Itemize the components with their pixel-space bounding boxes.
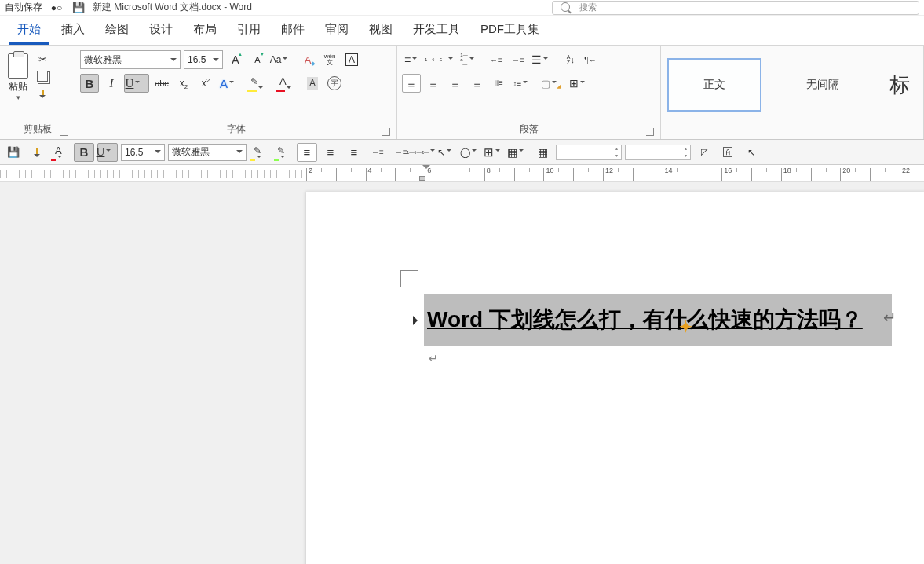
align-center-button[interactable]	[424, 74, 443, 93]
qat-crop[interactable]	[694, 143, 714, 162]
qat-bold-button[interactable]	[74, 143, 94, 162]
qat-shapes[interactable]	[462, 143, 482, 162]
borders-button[interactable]	[568, 74, 593, 93]
qat-format-painter[interactable]	[27, 143, 47, 162]
qat-font-color[interactable]	[50, 143, 71, 162]
quick-access-toolbar: U 16.5 微软雅黑 ▴▾ ▴▾	[0, 140, 924, 165]
qat-cursor[interactable]	[741, 143, 761, 162]
qat-align-center[interactable]	[320, 143, 341, 162]
superscript-button[interactable]	[196, 74, 215, 93]
shrink-font-button[interactable]	[248, 50, 267, 69]
phonetic-guide-button[interactable]	[320, 50, 339, 69]
sort-button[interactable]	[559, 50, 578, 69]
search-box[interactable]: 搜索	[552, 1, 919, 15]
multilevel-list-button[interactable]	[458, 50, 484, 69]
numbering-button[interactable]	[430, 50, 455, 69]
bullets-button[interactable]	[402, 50, 427, 69]
tab-draw[interactable]: 绘图	[97, 16, 137, 45]
align-right-button[interactable]	[446, 74, 465, 93]
subscript-button[interactable]	[174, 74, 193, 93]
style-no-spacing[interactable]: 无间隔	[776, 58, 870, 112]
shading-button[interactable]	[540, 74, 565, 93]
distribute-button[interactable]	[490, 74, 509, 93]
title-bar: 自动保存 ●○ 新建 Microsoft Word 文档.docx - Word…	[0, 0, 924, 16]
paste-button[interactable]: 粘贴 ▾	[5, 50, 31, 120]
qat-underline-button[interactable]: U	[97, 143, 118, 162]
cut-button[interactable]	[35, 52, 50, 66]
show-marks-button[interactable]	[581, 50, 600, 69]
autosave-toggle[interactable]: ●○	[49, 1, 64, 15]
paste-dropdown-icon[interactable]: ▾	[5, 93, 31, 101]
qat-highlight-2[interactable]	[273, 143, 294, 162]
italic-button[interactable]	[102, 74, 121, 93]
qat-align-right[interactable]	[344, 143, 364, 162]
brush-icon	[42, 90, 44, 97]
decrease-indent-button[interactable]	[487, 50, 506, 69]
bold-button[interactable]	[80, 74, 99, 93]
text-selection[interactable]: Word 下划线怎么打，有什么快速的方法吗？	[424, 294, 892, 346]
copy-button[interactable]	[35, 69, 50, 83]
tab-home[interactable]: 开始	[9, 16, 49, 45]
underline-button[interactable]: U	[124, 74, 149, 93]
format-painter-button[interactable]	[35, 86, 50, 101]
enclose-char-button[interactable]	[325, 74, 344, 93]
tab-design[interactable]: 设计	[141, 16, 181, 45]
tab-references[interactable]: 引用	[229, 16, 268, 45]
strikethrough-button[interactable]	[152, 74, 171, 93]
paragraph-mark: ↵	[883, 308, 897, 327]
tab-view[interactable]: 视图	[361, 16, 400, 45]
tab-insert[interactable]: 插入	[53, 16, 93, 45]
grow-font-button[interactable]	[226, 50, 245, 69]
tab-developer[interactable]: 开发工具	[405, 16, 468, 45]
qat-table[interactable]	[485, 143, 506, 162]
horizontal-ruler[interactable]: 246810121416182022242628303234	[0, 165, 924, 182]
qat-insert-cells[interactable]	[532, 143, 553, 162]
align-justify-button[interactable]	[468, 74, 487, 93]
qat-highlight[interactable]	[250, 143, 270, 162]
increase-indent-button[interactable]	[509, 50, 528, 69]
font-size-combo[interactable]: 16.5	[184, 50, 223, 69]
save-icon[interactable]	[71, 1, 86, 15]
group-styles: 正文 无间隔 标	[661, 46, 924, 139]
paragraph-launcher[interactable]	[646, 128, 654, 136]
asian-layout-button[interactable]: ☰	[531, 50, 556, 69]
qat-font-size[interactable]: 16.5	[121, 144, 165, 161]
document-page[interactable]: Word 下划线怎么打，有什么快速的方法吗？ ↵ ↵	[306, 192, 924, 564]
tab-mailings[interactable]: 邮件	[273, 16, 312, 45]
cursor-marker-icon	[679, 317, 692, 336]
style-normal[interactable]: 正文	[667, 58, 761, 112]
char-border-button[interactable]	[342, 50, 361, 69]
font-color-button[interactable]	[275, 74, 300, 93]
font-launcher[interactable]	[382, 128, 390, 136]
change-case-button[interactable]	[270, 50, 295, 69]
brush-icon	[36, 148, 38, 156]
qat-numbering[interactable]	[415, 143, 435, 162]
qat-save-button[interactable]	[3, 143, 24, 162]
selected-text: Word 下划线怎么打，有什么快速的方法吗？	[427, 305, 863, 335]
char-shading-button[interactable]	[303, 74, 322, 93]
qat-outdent[interactable]	[367, 143, 388, 162]
highlight-button[interactable]	[247, 74, 272, 93]
clear-formatting-button[interactable]	[298, 50, 317, 69]
paste-icon	[8, 53, 28, 79]
tab-layout[interactable]: 布局	[185, 16, 225, 45]
selection-start-marker	[413, 316, 422, 325]
qat-insert-table[interactable]	[509, 143, 529, 162]
text-effects-button[interactable]	[218, 74, 243, 93]
tab-pdf-tools[interactable]: PDF工具集	[473, 16, 547, 45]
clipboard-launcher[interactable]	[60, 128, 68, 136]
group-paragraph: ☰ 段落	[397, 46, 661, 139]
qat-height-field[interactable]: ▴▾	[625, 145, 691, 160]
line-spacing-button[interactable]	[512, 74, 537, 93]
align-left-button[interactable]	[402, 74, 421, 93]
qat-textbox[interactable]	[718, 143, 738, 162]
font-name-combo[interactable]: 微软雅黑	[80, 50, 181, 69]
qat-width-field[interactable]: ▴▾	[556, 145, 622, 160]
tab-review[interactable]: 审阅	[317, 16, 356, 45]
style-heading1[interactable]: 标	[884, 58, 915, 112]
qat-select-objects[interactable]	[438, 143, 458, 162]
qat-align-left[interactable]	[297, 143, 317, 162]
ruler-ticks: 246810121416182022242628303234	[306, 165, 924, 182]
paragraph-group-label: 段落	[402, 120, 656, 136]
qat-font-name[interactable]: 微软雅黑	[168, 144, 247, 161]
